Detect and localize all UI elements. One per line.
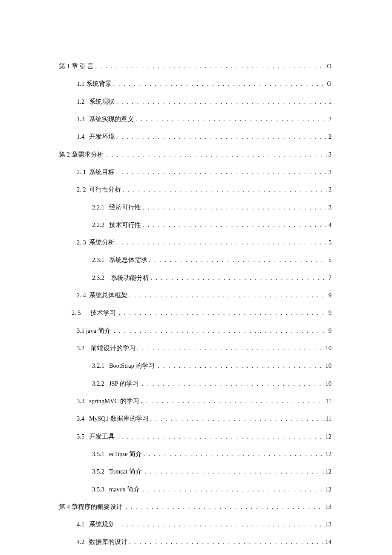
toc-leaders: [114, 326, 327, 335]
toc-entry[interactable]: 第 2 章需求分析 3: [59, 150, 331, 159]
toc-entry[interactable]: 3.5.1 ec1ipse 简介 12: [59, 450, 331, 459]
toc-leaders: [129, 538, 324, 546]
toc-leaders: [145, 467, 323, 476]
toc-number: 1.2: [77, 97, 89, 106]
toc-entry[interactable]: 3.1 java 简介 9: [59, 326, 331, 335]
toc-number: 2. 1: [77, 168, 89, 177]
toc-number: 2. 5: [72, 308, 90, 317]
toc-leaders: [141, 397, 324, 406]
toc-entry[interactable]: 1.3 系统实现的意义 2: [59, 115, 331, 124]
toc-entry[interactable]: 3.5 开发工具 12: [59, 432, 331, 441]
toc-entry[interactable]: 2.3.2 系统功能分析 7: [59, 273, 331, 282]
toc-title: 第 4 章程序的概要设计: [59, 503, 126, 511]
toc-number: 2.2.2: [92, 221, 109, 230]
toc-title: 可行性分析: [89, 185, 123, 194]
toc-leaders: [150, 414, 324, 423]
toc-entry[interactable]: 3.5.2 Tomcat 简介 12: [59, 467, 331, 476]
toc-entry[interactable]: 2. 4 系统总体框架 9: [59, 291, 331, 300]
toc-title: Tomcat 简介: [109, 467, 145, 476]
toc-leaders: [116, 520, 324, 529]
toc-title: 系统目标: [89, 168, 116, 177]
toc-leaders: [129, 291, 327, 300]
toc-entry[interactable]: 2. 5 技术学习 9: [59, 308, 331, 317]
toc-leaders: [149, 256, 327, 264]
toc-title: 3.1 java 简介: [77, 326, 114, 335]
toc-entry[interactable]: 3.2 前端设计的学习 10: [59, 344, 331, 353]
toc-title: 技术可行性: [109, 221, 143, 230]
toc-leaders: [150, 273, 327, 282]
toc-number: 3.2.2: [92, 379, 109, 388]
toc-leaders: [143, 221, 327, 230]
toc-number: 3.5.1: [92, 450, 109, 459]
toc-title: 系统背景: [86, 79, 113, 88]
toc-page-number: 5: [327, 238, 331, 247]
toc-page-number: 9: [327, 326, 331, 335]
toc-entry[interactable]: 3.5.3 maven 简介 12: [59, 485, 331, 494]
toc-page-number: 12: [324, 432, 332, 441]
toc-entry[interactable]: 1.1 系统背景 O: [59, 79, 331, 88]
toc-title: 系统规划: [89, 520, 116, 529]
toc-page-number: 10: [324, 379, 332, 388]
toc-entry[interactable]: 3.4 MySQ1 数据库的学习 11: [59, 414, 331, 423]
toc-entry[interactable]: 2. 3 系统分析 5: [59, 238, 331, 247]
toc-entry[interactable]: 3.2.2 JSP 的学习 10: [59, 379, 331, 388]
toc-entry[interactable]: 1.4 开发环境 2: [59, 132, 331, 141]
toc-page-number: 10: [324, 361, 332, 370]
toc-leaders: [116, 97, 327, 106]
toc-page-number: 12: [324, 450, 332, 459]
toc-number: 3.2.1: [92, 361, 109, 370]
toc-list: 第 1 章 引 言 O1.1 系统背景 O1.2 系统现状 11.3 系统实现的…: [59, 62, 331, 546]
toc-entry[interactable]: 4.1 系统规划 13: [59, 520, 331, 529]
toc-page-number: 11: [324, 397, 331, 406]
toc-entry[interactable]: 1.2 系统现状 1: [59, 97, 331, 106]
toc-title: 系统总体框架: [89, 291, 129, 300]
toc-number: 4.2: [77, 538, 89, 546]
toc-page-number: 3: [327, 150, 331, 159]
toc-number: 1.3: [77, 115, 89, 124]
toc-title: 系统实现的意义: [89, 115, 135, 124]
toc-leaders: [116, 432, 324, 441]
toc-entry[interactable]: 2.3.1 系统总体需求 5: [59, 256, 331, 264]
toc-leaders: [116, 238, 327, 247]
toc-page-number: 9: [327, 291, 331, 300]
toc-leaders: [137, 344, 323, 353]
toc-entry[interactable]: 2.2.1 经济可行性 3: [59, 203, 331, 212]
toc-title: BootStrap 的学习: [109, 361, 158, 370]
toc-number: 3.2: [77, 344, 91, 353]
toc-entry[interactable]: 2.2.2 技术可行性 4: [59, 221, 331, 230]
toc-number: 2. 3: [77, 238, 89, 247]
toc-page-number: 5: [327, 256, 331, 264]
toc-leaders: [143, 203, 327, 212]
toc-leaders: [126, 503, 324, 511]
toc-entry[interactable]: 第 1 章 引 言 O: [59, 62, 331, 71]
toc-title: 系统现状: [89, 97, 116, 106]
toc-title: 系统总体需求: [109, 256, 149, 264]
toc-leaders: [116, 132, 327, 141]
toc-title: 前端设计的学习: [91, 344, 137, 353]
toc-leaders: [143, 485, 323, 494]
toc-entry[interactable]: 第 4 章程序的概要设计 13: [59, 503, 331, 511]
toc-leaders: [95, 62, 325, 71]
toc-page-number: 4: [327, 221, 331, 230]
toc-leaders: [142, 379, 324, 388]
toc-entry[interactable]: 4.2 数据库的设计 14: [59, 538, 331, 546]
toc-number: 3.4: [77, 414, 89, 423]
toc-page-number: 13: [324, 503, 332, 511]
toc-page-number: 13: [324, 520, 332, 529]
toc-title: 第 2 章需求分析: [59, 150, 107, 159]
toc-title: 经济可行性: [109, 203, 143, 212]
toc-page-number: O: [326, 79, 331, 88]
toc-number: 3.3: [77, 397, 89, 406]
toc-page-number: 9: [327, 308, 331, 317]
toc-leaders: [113, 79, 325, 88]
toc-container: 第 1 章 引 言 O1.1 系统背景 O1.2 系统现状 11.3 系统实现的…: [59, 62, 331, 555]
toc-page-number: 3: [327, 185, 331, 194]
toc-entry[interactable]: 3.2.1 BootStrap 的学习 10: [59, 361, 331, 370]
toc-title: 第 1 章 引 言: [59, 62, 95, 71]
toc-title: maven 简介: [109, 485, 143, 494]
toc-number: 2. 2: [77, 185, 89, 194]
toc-entry[interactable]: 2. 2 可行性分析 3: [59, 185, 331, 194]
toc-page-number: 11: [324, 414, 331, 423]
toc-entry[interactable]: 2. 1 系统目标 3: [59, 168, 331, 177]
toc-entry[interactable]: 3.3 springMVC 的学习 11: [59, 397, 331, 406]
